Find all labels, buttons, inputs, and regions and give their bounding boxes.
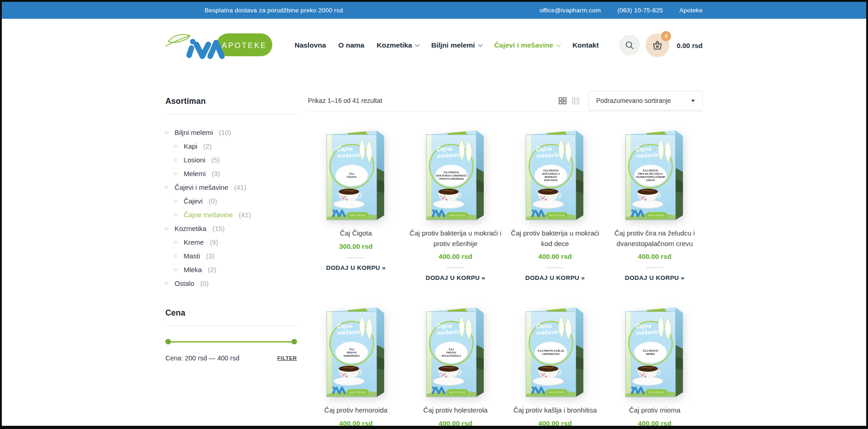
sort-dropdown[interactable]: Podrazumevano sortiranje	[588, 91, 703, 110]
product-card[interactable]: Čajna mešavina ČAJ PROTIVMIOMA	[607, 300, 703, 429]
price-filter-widget: Cena Cena: 200 rsd — 400 rsd FILTER	[165, 308, 297, 362]
category-label: Čajevi	[184, 197, 203, 205]
price-range-label: Cena: 200 rsd — 400 rsd	[165, 354, 239, 362]
assortment-title: Asortiman	[165, 97, 297, 114]
header: APOTEKE Naslovna O nama Kozmetika Biljni…	[165, 19, 703, 72]
category-count: (41)	[234, 183, 246, 191]
list-view-icon[interactable]	[572, 97, 579, 104]
cart-total: 0.00 rsd	[677, 42, 703, 49]
tea-box-illustration: Čajna mešavina ČAJ PROTIVBAKTERIJA U MOK…	[421, 123, 490, 222]
category-list: ▷ Biljni melemi (10) ▷ Kapi (2) ▷ Losion…	[165, 125, 297, 290]
product-title[interactable]: Čaj protiv čira na želudcu i dvanestopal…	[607, 228, 703, 249]
sidebar-category-item[interactable]: ▷ Kapi (2)	[165, 139, 297, 153]
sidebar-category-item[interactable]: ▷ Losioni (5)	[165, 153, 297, 166]
product-card[interactable]: Čajna mešavina ČAJČIGOTA	[308, 123, 404, 281]
triangle-bullet-icon: ▷	[175, 144, 178, 148]
category-count: (15)	[212, 225, 225, 232]
product-card[interactable]: Čajna mešavina ČAJPROTIVHOLESTEROLA	[408, 300, 503, 429]
logo-i-dot	[190, 39, 196, 44]
cart-button[interactable]: 0	[646, 33, 669, 57]
nav-item[interactable]: Kontakt	[572, 41, 599, 49]
sidebar-category-item[interactable]: ▷ Čajevi i mešavine (41)	[165, 180, 297, 194]
add-to-cart-button[interactable]: DODAJ U KORPU »	[607, 274, 703, 281]
toolbar-divider	[308, 111, 703, 112]
product-image[interactable]: Čajna mešavina ČAJ PROTIVČIRA NA ŽELUDCU…	[620, 123, 689, 222]
category-count: (3)	[206, 252, 214, 260]
category-count: (0)	[200, 279, 208, 287]
header-actions: 0 0.00 rsd	[619, 33, 703, 57]
triangle-bullet-icon: ▷	[165, 185, 169, 189]
sidebar-category-item[interactable]: ▷ Ostalo (0)	[165, 276, 297, 290]
category-count: (2)	[208, 266, 216, 273]
nav-item[interactable]: Naslovna	[295, 41, 326, 49]
nav-item[interactable]: Kozmetika	[376, 41, 419, 49]
sidebar-category-item[interactable]: ▷ Melemi (3)	[165, 166, 297, 180]
logo-letters	[189, 43, 222, 56]
product-card[interactable]: Čajna mešavina ČAJPROTIVHEMOROIDA	[308, 300, 404, 429]
apoteke-link[interactable]: Apoteke	[679, 7, 703, 14]
price-slider-track[interactable]	[165, 341, 297, 343]
shop-sidebar: Asortiman ▷ Biljni melemi (10) ▷ Kapi (2…	[165, 72, 297, 429]
product-price: 400.00 rsd	[408, 419, 503, 427]
product-image[interactable]: Čajna mešavina ČAJ PROTIVBAKTERIJA UMOKR…	[520, 123, 590, 222]
topbar: Besplatna dostava za porudžbine preko 20…	[2, 2, 866, 19]
filter-button[interactable]: FILTER	[277, 355, 297, 361]
product-title[interactable]: Čaj protiv mioma	[607, 405, 703, 416]
product-image[interactable]: Čajna mešavina ČAJ PROTIV KAŠLJAI BRONHI…	[520, 300, 590, 399]
category-count: (9)	[210, 238, 218, 246]
product-title[interactable]: Čaj protiv bakterija u mokraći i protiv …	[408, 228, 503, 249]
nav-item[interactable]: Čajevi i mešavine	[494, 41, 560, 49]
sort-selected-option: Podrazumevano sortiranje	[596, 97, 671, 104]
chevron-down-icon	[415, 42, 420, 47]
product-title[interactable]: Čaj protiv holesterola	[408, 405, 503, 416]
product-card[interactable]: Čajna mešavina ČAJ PROTIVČIRA NA ŽELUDCU…	[607, 123, 703, 281]
product-image[interactable]: Čajna mešavina ČAJPROTIVHOLESTEROLA	[421, 300, 490, 399]
tea-box-illustration: Čajna mešavina ČAJPROTIVHOLESTEROLA	[421, 300, 490, 399]
site-logo[interactable]: APOTEKE	[165, 30, 274, 61]
price-slider-handle-max[interactable]	[291, 339, 297, 344]
category-label: Čajne mešavine	[184, 211, 233, 219]
category-count: (5)	[211, 156, 219, 164]
price-title: Cena	[165, 308, 297, 326]
sidebar-category-item[interactable]: ▷ Čajne mešavine (41)	[165, 208, 297, 221]
category-label: Kreme	[184, 238, 204, 246]
triangle-bullet-icon: ▷	[175, 199, 178, 203]
product-image[interactable]: Čajna mešavina ČAJ PROTIVBAKTERIJA U MOK…	[421, 123, 490, 222]
search-button[interactable]	[619, 35, 640, 56]
grid-view-icon[interactable]	[559, 97, 566, 104]
category-label: Čajevi i mešavine	[175, 183, 228, 191]
category-label: Melemi	[184, 170, 206, 177]
nav-item[interactable]: Biljni melemi	[431, 41, 482, 49]
nav-item[interactable]: O nama	[339, 41, 365, 49]
cart-count-badge: 0	[661, 31, 671, 41]
product-title[interactable]: Čaj Čigota	[308, 228, 404, 239]
add-to-cart-button[interactable]: DODAJ U KORPU »	[308, 264, 404, 271]
sidebar-category-item[interactable]: ▷ Biljni melemi (10)	[165, 125, 297, 139]
sidebar-category-item[interactable]: ▷ Kozmetika (15)	[165, 221, 297, 235]
card-divider	[646, 268, 663, 268]
category-label: Masti	[184, 252, 200, 260]
add-to-cart-button[interactable]: DODAJ U KORPU »	[507, 274, 603, 281]
price-slider[interactable]	[165, 339, 297, 344]
sidebar-category-item[interactable]: ▷ Masti (3)	[165, 249, 297, 263]
triangle-bullet-icon: ▷	[175, 213, 178, 217]
content-area: Asortiman ▷ Biljni melemi (10) ▷ Kapi (2…	[165, 72, 703, 429]
triangle-bullet-icon: ▷	[175, 254, 178, 258]
product-image[interactable]: Čajna mešavina ČAJ PROTIVMIOMA	[620, 300, 689, 399]
sidebar-category-item[interactable]: ▷ Čajevi (0)	[165, 194, 297, 208]
product-image[interactable]: Čajna mešavina ČAJČIGOTA	[321, 123, 391, 222]
email-link[interactable]: office@ivapharm.com	[540, 7, 601, 14]
price-slider-handle-min[interactable]	[165, 339, 171, 344]
product-card[interactable]: Čajna mešavina ČAJ PROTIVBAKTERIJA U MOK…	[408, 123, 503, 281]
product-image[interactable]: Čajna mešavina ČAJPROTIVHEMOROIDA	[321, 300, 391, 399]
product-card[interactable]: Čajna mešavina ČAJ PROTIV KAŠLJAI BRONHI…	[507, 300, 603, 429]
svg-text:APOTEKE: APOTEKE	[648, 214, 665, 217]
sidebar-category-item[interactable]: ▷ Mleka (2)	[165, 263, 297, 276]
product-title[interactable]: Čaj protiv hemoroida	[308, 405, 404, 416]
product-title[interactable]: Čaj protiv bakterija u mokraći kod dece	[507, 228, 603, 249]
product-card[interactable]: Čajna mešavina ČAJ PROTIVBAKTERIJA UMOKR…	[507, 123, 603, 281]
phone-link[interactable]: (063) 10-75-825	[617, 7, 663, 14]
add-to-cart-button[interactable]: DODAJ U KORPU »	[408, 274, 503, 281]
sidebar-category-item[interactable]: ▷ Kreme (9)	[165, 235, 297, 249]
product-title[interactable]: Čaj protiv kašlja i bronhitisa	[507, 405, 603, 416]
